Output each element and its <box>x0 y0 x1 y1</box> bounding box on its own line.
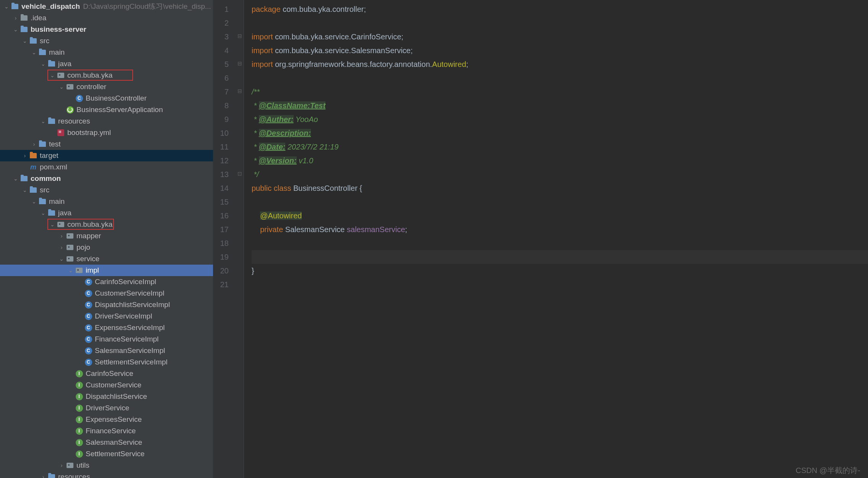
code-line[interactable]: * @Description: <box>252 126 868 140</box>
tree-item[interactable]: ›target <box>0 150 213 161</box>
highlight-box <box>47 70 133 81</box>
tree-item[interactable]: SalesmanServiceImpl <box>0 345 213 356</box>
fold-icon[interactable]: ⊡ <box>237 171 242 177</box>
code-line[interactable]: public class BusinessController { <box>252 181 868 195</box>
fold-icon[interactable]: ⊟ <box>237 60 242 67</box>
chevron-right-icon: › <box>59 244 64 250</box>
tree-label: impl <box>86 266 99 275</box>
c-info-icon <box>85 278 92 286</box>
tree-item[interactable]: ⌄src <box>0 184 213 196</box>
fold-icon[interactable]: ⊟ <box>237 88 242 94</box>
code-line[interactable]: } <box>252 264 868 278</box>
code-line[interactable]: * @Auther: YooAo <box>252 112 868 126</box>
tree-item[interactable]: ⌄business-server <box>0 24 213 35</box>
tree-item[interactable]: CarinfoService <box>0 368 213 379</box>
tree-item[interactable]: DriverService <box>0 402 213 414</box>
code-line[interactable]: private SalesmanService salesmanService; <box>252 223 868 236</box>
tree-item[interactable]: SettlementService <box>0 448 213 460</box>
tree-item[interactable]: ›mapper <box>0 230 213 242</box>
tree-item[interactable]: ›resources <box>0 471 213 478</box>
code-line[interactable]: import org.springframework.beans.factory… <box>252 57 868 71</box>
tree-item[interactable]: SalesmanService <box>0 437 213 448</box>
line-number: 3 <box>213 30 229 44</box>
chevron-down-icon: ⌄ <box>31 49 37 55</box>
tree-item[interactable]: ›pojo <box>0 242 213 253</box>
tree-label: java <box>58 209 72 217</box>
code-line[interactable]: * @Version: v1.0 <box>252 154 868 167</box>
code-line[interactable] <box>252 16 868 30</box>
tree-item[interactable]: ⌄java <box>0 58 213 70</box>
tree-item[interactable]: DriverServiceImpl <box>0 311 213 322</box>
tree-item[interactable]: FinanceServiceImpl <box>0 333 213 345</box>
yml-icon <box>57 129 65 137</box>
line-number: 20 <box>213 264 229 278</box>
line-number: 1 <box>213 2 229 16</box>
c-int-icon <box>75 416 83 423</box>
tree-root[interactable]: ⌄vehicle_dispatchD:\Java\springCloud练习\v… <box>0 1 213 12</box>
c-info-icon <box>85 335 92 343</box>
tree-item[interactable]: bootstrap.yml <box>0 127 213 138</box>
pkg-icon <box>66 83 74 91</box>
code-line[interactable]: @Autowired <box>252 209 868 223</box>
tree-item[interactable]: CarinfoServiceImpl <box>0 276 213 288</box>
c-int-icon <box>75 404 83 412</box>
tree-item[interactable]: ⌄main <box>0 196 213 207</box>
tree-item[interactable]: DispatchlistServiceImpl <box>0 299 213 311</box>
folder-blue-icon <box>39 198 46 205</box>
c-int-icon <box>75 450 83 458</box>
folder-blue-icon <box>48 473 55 478</box>
tree-item[interactable]: ⌄impl <box>0 265 213 276</box>
code-line[interactable] <box>252 195 868 209</box>
code-line[interactable]: * @ClassName:Test <box>252 99 868 112</box>
code-area[interactable]: package com.buba.yka.controller;import c… <box>244 0 868 478</box>
tree-item[interactable]: ⌄java <box>0 207 213 219</box>
code-line[interactable]: */ <box>252 167 868 181</box>
tree-label: ExpensesService <box>86 415 142 424</box>
code-line[interactable]: import com.buba.yka.service.CarinfoServi… <box>252 30 868 44</box>
c-info-icon <box>85 301 92 309</box>
tree-item[interactable]: ⌄com.buba.yka <box>0 70 213 81</box>
folder-orange-icon <box>29 152 37 159</box>
tree-item[interactable]: ›.idea <box>0 12 213 24</box>
project-sidebar[interactable]: ⌄vehicle_dispatchD:\Java\springCloud练习\v… <box>0 0 213 478</box>
tree-item[interactable]: BusinessController <box>0 93 213 104</box>
tree-item[interactable]: SettlementServiceImpl <box>0 356 213 368</box>
chevron-down-icon: ⌄ <box>68 267 73 273</box>
code-line[interactable] <box>252 250 868 264</box>
tree-item[interactable]: ExpensesService <box>0 414 213 425</box>
tree-item[interactable]: ›test <box>0 138 213 150</box>
tree-item[interactable]: CustomerService <box>0 379 213 391</box>
pkg-icon <box>66 462 74 469</box>
tree-item[interactable]: pom.xml <box>0 161 213 173</box>
tree-item[interactable]: ⌄controller <box>0 81 213 93</box>
chevron-down-icon: ⌄ <box>22 38 28 44</box>
code-line[interactable]: /** <box>252 85 868 99</box>
tree-item[interactable]: ExpensesServiceImpl <box>0 322 213 333</box>
tree-item[interactable]: ⌄resources <box>0 115 213 127</box>
tree-item[interactable]: ⌄service <box>0 253 213 265</box>
code-line[interactable] <box>252 278 868 291</box>
fold-icon[interactable]: ⊟ <box>237 33 242 39</box>
code-line[interactable] <box>252 236 868 250</box>
line-number: 4 <box>213 44 229 57</box>
tree-item[interactable]: ⌄src <box>0 35 213 47</box>
chevron-right-icon: › <box>59 233 64 239</box>
chevron-down-icon: ⌄ <box>59 256 64 262</box>
code-line[interactable]: package com.buba.yka.controller; <box>252 2 868 16</box>
tree-item[interactable]: DispatchlistService <box>0 391 213 402</box>
tree-label: business-server <box>31 25 86 34</box>
tree-item[interactable]: ⌄common <box>0 173 213 184</box>
code-line[interactable]: import com.buba.yka.service.SalesmanServ… <box>252 44 868 57</box>
code-line[interactable] <box>252 71 868 85</box>
tree-item[interactable]: ⌄main <box>0 47 213 58</box>
code-line[interactable]: * @Date: 2023/7/2 21:19 <box>252 140 868 154</box>
tree-item[interactable]: BusinessServerApplication <box>0 104 213 115</box>
chevron-down-icon: ⌄ <box>22 187 28 193</box>
tree-label: DriverServiceImpl <box>95 312 152 320</box>
line-number: 10 <box>213 126 229 140</box>
tree-item[interactable]: ›utils <box>0 460 213 471</box>
tree-item[interactable]: CustomerServiceImpl <box>0 288 213 299</box>
tree-item[interactable]: ⌄com.buba.yka <box>0 219 213 230</box>
tree-label: CarinfoService <box>86 369 133 378</box>
tree-item[interactable]: FinanceService <box>0 425 213 437</box>
